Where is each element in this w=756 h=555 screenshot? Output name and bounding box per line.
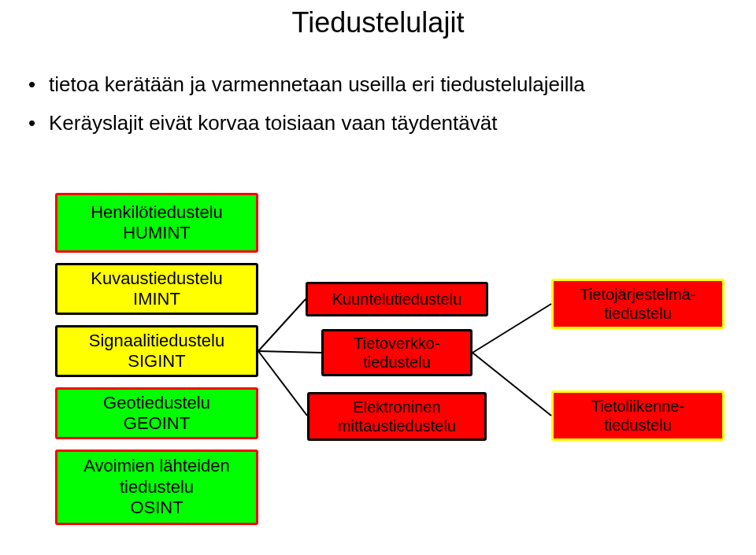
box-label: HUMINT (91, 223, 223, 243)
svg-line-0 (258, 299, 306, 351)
box-label: tiedustelu (591, 416, 684, 435)
box-label: Kuuntelutiedustelu (332, 290, 462, 309)
box-label: tiedustelu (580, 304, 695, 323)
box-geoint: Geotiedustelu GEOINT (55, 387, 258, 439)
box-label: Tietoliikenne- (591, 397, 684, 416)
box-label: OSINT (83, 498, 230, 518)
box-label: Avoimien lähteiden (83, 456, 230, 476)
box-label: mittaustiedustelu (338, 416, 456, 435)
box-tietojarjestelma: Tietojärjestelmä- tiedustelu (551, 279, 724, 329)
box-label: Tietojärjestelmä- (580, 285, 695, 304)
box-sigint: Signaalitiedustelu SIGINT (55, 325, 258, 377)
page-title: Tiedustelulajit (0, 6, 756, 39)
bullet-item: Keräyslajit eivät korvaa toisiaan vaan t… (24, 109, 732, 137)
box-label: SIGINT (89, 351, 224, 372)
box-label: Geotiedustelu (103, 393, 210, 413)
box-label: Signaalitiedustelu (89, 331, 224, 351)
box-humint: Henkilötiedustelu HUMINT (55, 193, 258, 253)
box-label: Kuvaustiedustelu (91, 268, 223, 289)
box-label: GEOINT (103, 413, 210, 434)
box-tietoliikenne: Tietoliikenne- tiedustelu (551, 390, 724, 441)
box-label: tiedustelu (83, 477, 230, 498)
box-label: tiedustelu (354, 353, 439, 372)
svg-line-2 (258, 351, 307, 416)
box-elektroninen: Elektroninen mittaustiedustelu (307, 392, 487, 441)
box-imint: Kuvaustiedustelu IMINT (55, 263, 258, 315)
box-label: Henkilötiedustelu (91, 202, 223, 223)
bullet-list: tietoa kerätään ja varmennetaan useilla … (24, 71, 732, 148)
box-label: IMINT (91, 289, 223, 309)
bullet-item: tietoa kerätään ja varmennetaan useilla … (24, 71, 732, 98)
box-tietoverkko: Tietoverkko- tiedustelu (321, 329, 472, 376)
box-osint: Avoimien lähteiden tiedustelu OSINT (55, 450, 258, 525)
box-label: Elektroninen (338, 398, 456, 416)
box-kuuntelu: Kuuntelutiedustelu (306, 282, 488, 316)
svg-line-1 (258, 351, 321, 353)
box-label: Tietoverkko- (354, 334, 439, 353)
